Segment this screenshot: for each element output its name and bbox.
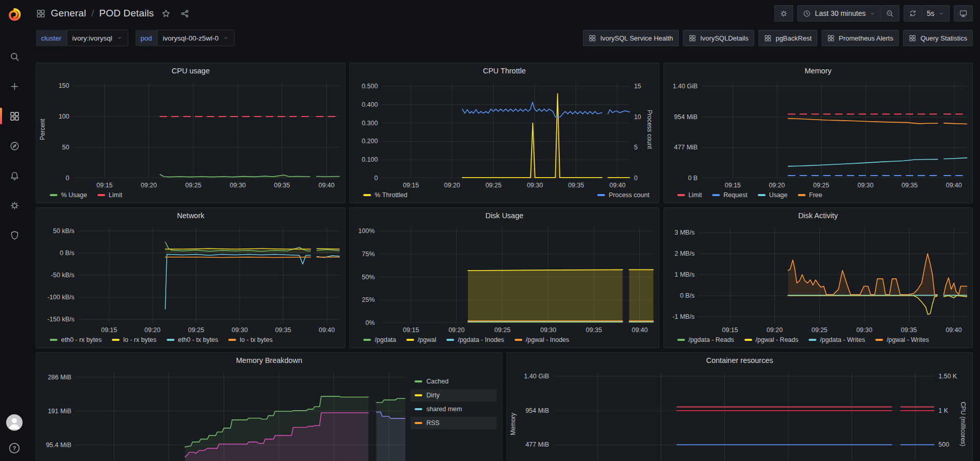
sidebar-item-search[interactable] [0,46,29,67]
user-avatar[interactable] [6,414,23,431]
legend-item[interactable]: /pgdata - Reads [677,336,734,343]
legend-item[interactable]: shared mem [410,403,497,415]
panel-network: Network50 kB/s0 B/s-50 kB/s-100 kB/s-150… [36,207,345,348]
panel-title: Disk Activity [798,212,838,220]
search-icon [9,51,20,62]
y-axis-tick: 0.400 [362,101,378,108]
cycle-view-mode-button[interactable] [954,5,973,22]
legend-item[interactable]: /pgdata - Inodes [446,336,504,343]
legend-item[interactable]: Process count [597,191,649,199]
legend-item[interactable]: /pgdata - Writes [809,336,865,343]
y-axis-tick: 0 B/s [680,292,695,299]
sidebar-item-configuration[interactable] [0,195,29,216]
panel-header[interactable]: Memory Breakdown [36,353,502,368]
legend-item[interactable]: lo - rx bytes [112,336,156,343]
legend-item[interactable]: Cached [410,375,497,388]
legend-item[interactable]: % Throttled [363,191,407,199]
dashboard-link-label: Query Statistics [920,34,967,42]
legend: % UsageLimit [36,191,345,203]
help-button[interactable]: ? [8,441,21,455]
legend-swatch [446,339,454,341]
legend-item[interactable]: Request [712,191,748,199]
star-dashboard-button[interactable] [159,7,173,21]
chart-plot[interactable]: 09:1509:2009:2509:3009:3509:40 [699,227,967,323]
legend-item[interactable]: eth0 - tx bytes [167,336,219,343]
variable-value-dropdown[interactable]: ivory:ivorysql [67,30,128,46]
legend-item[interactable]: /pgwal - Writes [875,336,929,343]
legend-item[interactable]: eth0 - rx bytes [50,336,102,343]
panel-header[interactable]: CPU usage [36,63,345,79]
legend-label: /pgdata [375,336,396,343]
panel-header[interactable]: Disk Activity [664,208,972,223]
legend-item[interactable]: % Usage [50,191,87,199]
y-axis-tick: 0.300 [362,120,378,127]
variable-label[interactable]: cluster [36,30,67,46]
y-axis-tick: 100 [58,113,69,120]
panel-header[interactable]: Memory [664,63,972,79]
y-axis-tick: -1 MB/s [673,313,695,320]
legend-label: eth0 - rx bytes [61,336,102,343]
legend-item[interactable]: RSS [410,417,497,429]
legend-item[interactable]: /pgwal - Reads [744,336,798,343]
variable-value-dropdown[interactable]: ivorysql-00-z5wl-0 [157,30,234,46]
refresh-button[interactable] [904,5,922,22]
legend-swatch [712,194,720,196]
legend: CachedDirtyshared memRSS [405,375,497,461]
sidebar-item-server-admin[interactable] [0,225,29,245]
sidebar-item-explore[interactable] [0,136,29,156]
legend-item[interactable]: Dirty [410,389,497,401]
legend-label: shared mem [426,406,462,413]
sidebar-item-dashboards[interactable] [0,106,29,126]
chart-plot[interactable]: 09:1509:2009:2509:3009:3509:40 [702,83,967,178]
dashboard-settings-button[interactable] [774,5,793,22]
x-axis-tick: 09:35 [901,326,917,334]
chart-plot[interactable]: 09:1509:2009:2509:3009:3509:40 [382,83,630,178]
x-axis-tick: 09:35 [586,326,602,334]
breadcrumb-section[interactable]: General [51,8,86,19]
chart-plot[interactable] [75,372,405,461]
chart-plot[interactable]: 09:1509:2009:2509:3009:3509:40 [379,227,653,323]
dashboard-link-query-statistics[interactable]: Query Statistics [903,30,973,46]
legend-item[interactable]: /pgdata [363,336,396,343]
share-dashboard-button[interactable] [178,7,192,21]
chart-plot[interactable] [553,372,934,461]
right-y-axis-tick: 500 [938,441,949,448]
compass-icon [9,141,20,151]
sidebar-item-alerting[interactable] [0,165,29,186]
y-axis-tick: 150 [58,82,69,89]
y-axis-tick: 286 MiB [48,374,71,381]
y-axis-tick: 954 MiB [674,113,698,121]
dashboard-link-pgbackrest[interactable]: pgBackRest [758,30,817,46]
legend-item[interactable]: Limit [97,191,122,199]
panel-header[interactable]: Network [36,208,345,223]
legend-item[interactable]: Usage [758,191,788,199]
sidebar-item-create[interactable] [0,76,29,97]
zoom-out-time-button[interactable] [880,5,899,22]
legend-item[interactable]: /pgwal - Inodes [515,336,570,343]
panel-header[interactable]: Container resources [507,353,972,368]
panel-title: Network [177,212,204,220]
y-axis-tick: 0.100 [362,156,378,163]
refresh-interval-picker[interactable]: 5s [922,5,950,22]
chart-plot[interactable]: 09:1509:2009:2509:3009:3509:40 [79,227,340,323]
variable-label[interactable]: pod [135,30,158,46]
legend-item[interactable]: Limit [677,191,702,199]
panel-header[interactable]: CPU Throttle [350,63,658,79]
sidebar-bottom: ? [6,414,23,461]
time-range-picker[interactable]: Last 30 minutes [797,5,881,22]
legend-item[interactable]: /pgwal [406,336,436,343]
chart-plot[interactable]: 09:1509:2009:2509:3009:3509:40 [73,83,340,178]
grafana-logo[interactable] [0,0,29,29]
y-axis-tick: 477 MiB [525,441,549,448]
right-y-axis-title: CPU (millicores) [959,368,967,461]
legend-swatch [50,194,57,196]
time-range-label: Last 30 minutes [815,9,866,17]
panel-header[interactable]: Disk Usage [350,208,658,223]
dashboard-link-ivorysqldetails[interactable]: IvorySQLDetails [683,30,754,46]
legend-item[interactable]: Free [798,191,822,199]
legend-item[interactable]: lo - tx bytes [228,336,272,343]
legend-swatch [406,339,414,341]
dashboard-link-ivorysql-service-health[interactable]: IvorySQL Service Health [583,30,679,46]
legend: % ThrottledProcess count [350,191,658,203]
dashboard-link-prometheus-alerts[interactable]: Prometheus Alerts [821,30,899,46]
